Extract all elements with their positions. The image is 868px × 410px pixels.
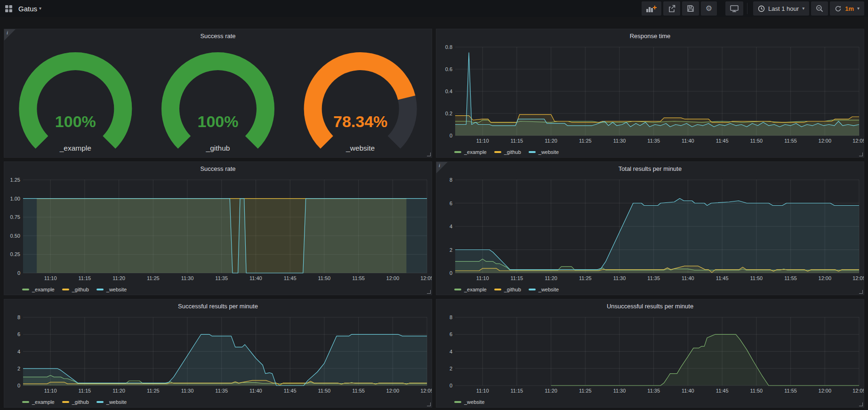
x-tick-label: 11:55 bbox=[784, 388, 797, 394]
y-tick-label: 4 bbox=[450, 224, 452, 229]
successful-results-chart[interactable]: 0246811:1011:1511:2011:2511:3011:3511:40… bbox=[4, 312, 432, 407]
x-tick-label: 12:00 bbox=[386, 388, 400, 394]
legend-item-_example[interactable]: _example bbox=[454, 287, 487, 292]
y-tick-label: 0.25 bbox=[10, 251, 20, 257]
legend-label: _github bbox=[504, 287, 521, 292]
x-tick-label: 11:20 bbox=[113, 388, 125, 394]
x-tick-label: 11:25 bbox=[579, 388, 592, 394]
dashboard-title[interactable]: Gatus bbox=[18, 5, 37, 13]
x-tick-label: 11:30 bbox=[613, 275, 626, 281]
zoom-out-button[interactable] bbox=[811, 1, 828, 16]
legend-item-_website[interactable]: _website bbox=[96, 287, 127, 292]
x-tick-label: 11:50 bbox=[750, 275, 763, 281]
y-tick-label: 0.4 bbox=[445, 88, 452, 94]
x-tick-label: 12:00 bbox=[819, 275, 832, 281]
y-tick-label: 8 bbox=[17, 314, 20, 320]
y-tick-label: 0.75 bbox=[10, 214, 20, 220]
y-tick-label: 6 bbox=[450, 331, 452, 337]
caret-down-icon[interactable]: ▾ bbox=[39, 6, 41, 11]
gauge-_github: 100%_github bbox=[170, 61, 265, 152]
y-tick-label: 2 bbox=[450, 366, 452, 371]
gauge-_example: 100%_example bbox=[28, 61, 123, 152]
panel-title[interactable]: Total results per minute bbox=[436, 165, 864, 172]
legend-swatch bbox=[454, 289, 461, 290]
caret-down-icon: ▾ bbox=[802, 6, 804, 11]
legend-item-_github[interactable]: _github bbox=[494, 287, 521, 292]
legend-swatch bbox=[529, 289, 536, 290]
add-panel-button[interactable] bbox=[642, 1, 661, 16]
legend-item-_website[interactable]: _website bbox=[529, 149, 559, 155]
legend-item-_website[interactable]: _website bbox=[529, 287, 559, 292]
panel-resize-handle[interactable] bbox=[859, 290, 863, 294]
legend-swatch bbox=[494, 289, 501, 290]
x-tick-label: 11:45 bbox=[716, 138, 729, 144]
success-rate-graph-chart[interactable]: 00.250.500.751.001.2511:1011:1511:2011:2… bbox=[4, 174, 432, 295]
legend-item-_example[interactable]: _example bbox=[454, 149, 487, 155]
response-time-chart[interactable]: 00.20.40.60.811:1011:1511:2011:2511:3011… bbox=[436, 41, 864, 157]
panel-info-corner[interactable] bbox=[4, 29, 16, 40]
legend: _example_github_website bbox=[454, 149, 559, 155]
share-button[interactable] bbox=[663, 1, 680, 16]
settings-button[interactable]: ⚙ bbox=[701, 1, 717, 16]
legend-item-_example[interactable]: _example bbox=[22, 399, 55, 405]
x-tick-label: 11:50 bbox=[318, 275, 331, 281]
x-tick-label: 12:05 bbox=[852, 388, 864, 394]
legend-item-_github[interactable]: _github bbox=[494, 149, 521, 155]
panel-title[interactable]: Success rate bbox=[4, 32, 432, 40]
panel-successful-results: Successful results per minute0246811:101… bbox=[4, 299, 432, 408]
y-tick-label: 4 bbox=[450, 349, 452, 354]
gauge-label: _example bbox=[59, 144, 91, 152]
y-tick-label: 6 bbox=[17, 331, 20, 337]
panel-title[interactable]: Unsuccessful results per minute bbox=[436, 303, 864, 310]
total-results-chart[interactable]: 0246811:1011:1511:2011:2511:3011:3511:40… bbox=[436, 174, 864, 295]
x-tick-label: 11:15 bbox=[511, 388, 523, 394]
x-tick-label: 11:40 bbox=[249, 275, 262, 281]
x-tick-label: 11:45 bbox=[284, 275, 297, 281]
x-tick-label: 11:40 bbox=[249, 388, 262, 394]
navbar: Gatus ▾ ⚙ bbox=[0, 0, 868, 17]
panel-success-rate-gauges: Success ratei100%_example100%_github78.3… bbox=[4, 29, 432, 158]
x-tick-label: 11:20 bbox=[113, 275, 125, 281]
series-line-_website bbox=[455, 53, 859, 127]
legend-item-_website[interactable]: _website bbox=[96, 399, 127, 405]
save-button[interactable] bbox=[682, 1, 699, 16]
legend-item-_website[interactable]: _website bbox=[454, 399, 484, 405]
panel-title[interactable]: Response time bbox=[436, 32, 864, 40]
unsuccessful-results-chart[interactable]: 0246811:1011:1511:2011:2511:3011:3511:40… bbox=[436, 312, 864, 407]
legend-swatch bbox=[494, 151, 501, 153]
share-icon bbox=[668, 5, 675, 12]
x-tick-label: 11:15 bbox=[511, 138, 523, 144]
x-tick-label: 11:10 bbox=[476, 388, 489, 394]
x-tick-label: 11:55 bbox=[784, 275, 797, 281]
legend-swatch bbox=[96, 401, 104, 403]
apps-grid-icon[interactable] bbox=[5, 5, 13, 13]
legend-item-_github[interactable]: _github bbox=[62, 287, 89, 292]
legend-item-_github[interactable]: _github bbox=[62, 399, 89, 405]
x-tick-label: 11:35 bbox=[215, 275, 228, 281]
x-tick-label: 11:45 bbox=[716, 388, 729, 394]
panel-title[interactable]: Success rate bbox=[4, 165, 432, 172]
refresh-button[interactable]: 1m ▾ bbox=[830, 1, 864, 16]
legend-item-_example[interactable]: _example bbox=[22, 287, 55, 292]
x-tick-label: 11:35 bbox=[647, 388, 660, 394]
gauge-_website: 78.34%_website bbox=[313, 61, 408, 152]
time-range-button[interactable]: Last 1 hour ▾ bbox=[753, 1, 809, 16]
panel-info-corner[interactable] bbox=[436, 162, 448, 173]
panel-resize-handle[interactable] bbox=[859, 153, 863, 156]
panel-resize-handle[interactable] bbox=[427, 153, 431, 156]
legend-label: _example bbox=[32, 287, 55, 292]
time-range-label: Last 1 hour bbox=[768, 5, 799, 12]
x-tick-label: 12:05 bbox=[420, 275, 432, 281]
panel-title[interactable]: Successful results per minute bbox=[4, 303, 432, 310]
cycle-view-button[interactable] bbox=[725, 1, 743, 16]
info-icon: i bbox=[439, 162, 440, 168]
x-tick-label: 11:25 bbox=[579, 275, 592, 281]
gauge-label: _github bbox=[206, 144, 230, 152]
x-tick-label: 11:30 bbox=[613, 388, 626, 394]
panel-resize-handle[interactable] bbox=[859, 402, 863, 406]
x-tick-label: 11:30 bbox=[181, 275, 194, 281]
zoom-out-icon bbox=[816, 5, 823, 12]
panel-resize-handle[interactable] bbox=[427, 290, 431, 294]
x-tick-label: 11:25 bbox=[147, 275, 160, 281]
panel-resize-handle[interactable] bbox=[427, 402, 431, 406]
